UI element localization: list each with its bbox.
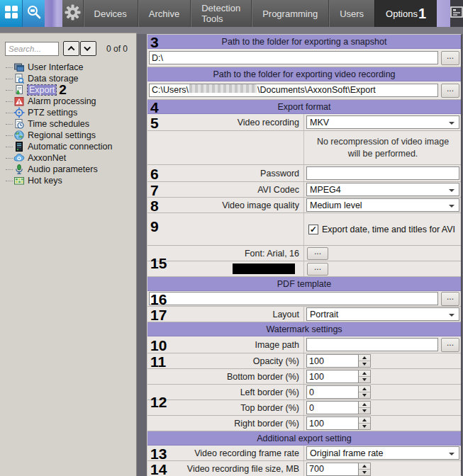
- video-recording-select[interactable]: MKV: [306, 115, 459, 129]
- menu-item-programming[interactable]: Programming: [251, 0, 328, 27]
- opacity-spinner[interactable]: [359, 354, 371, 368]
- search-input[interactable]: [5, 42, 59, 56]
- snapshot-path-header: 3 Path to the folder for exporting a sna…: [147, 35, 461, 49]
- sidebar-item-ptz-settings[interactable]: PTZ settings: [0, 107, 136, 118]
- filesize-row: 14 Video recording file size, MB: [147, 461, 461, 476]
- search-next-button[interactable]: [80, 41, 96, 56]
- titles-checkbox[interactable]: ✓: [308, 225, 318, 234]
- sidebar-item-alarm-processing[interactable]: Alarm processing: [0, 96, 136, 107]
- video-quality-row: 8 Video image quality Medium level: [147, 198, 461, 213]
- bottom-border-input[interactable]: [306, 370, 359, 383]
- spinner-up-icon: [362, 356, 367, 359]
- filesize-input[interactable]: [306, 463, 359, 476]
- annotation-8: 8: [150, 198, 159, 212]
- layouts-button[interactable]: [0, 0, 22, 27]
- annotation-14: 14: [150, 462, 167, 476]
- video-search-button[interactable]: [22, 0, 45, 27]
- pdf-template-input[interactable]: [149, 292, 438, 305]
- spinner-down-icon: [362, 363, 367, 366]
- video-quality-select[interactable]: Medium level: [306, 198, 459, 212]
- avi-codec-label: AVI Codec: [147, 182, 304, 197]
- annotation-17: 17: [150, 307, 167, 322]
- font-color-swatch[interactable]: [233, 264, 295, 274]
- top-border-spinner[interactable]: [359, 401, 371, 414]
- image-path-row: 10 Image path ...: [147, 336, 461, 353]
- snapshot-browse-button[interactable]: ...: [441, 51, 459, 65]
- avi-codec-select[interactable]: MPEG4: [306, 183, 459, 196]
- cloud-icon: [13, 152, 25, 164]
- sidebar-item-export[interactable]: Export 2: [0, 84, 136, 96]
- annotation-13: 13: [150, 446, 167, 460]
- snapshot-path-row: ...: [147, 49, 461, 67]
- video-path-header: Path to the folder for exporting video r…: [147, 67, 461, 81]
- video-recording-row: 5 Video recording MKV: [147, 114, 461, 131]
- spinner-down-icon: [362, 425, 367, 428]
- image-path-browse-button[interactable]: ...: [441, 338, 459, 352]
- right-border-label: Right border (%): [147, 416, 304, 431]
- snapshot-path-input[interactable]: [149, 51, 438, 64]
- sidebar-item-audio-parameters[interactable]: Audio parameters: [0, 164, 136, 175]
- annotation-4: 4: [150, 99, 159, 114]
- menu-item-archive[interactable]: Archive: [138, 0, 190, 27]
- recompression-note-row: No recompression of video image will be …: [147, 131, 461, 165]
- bottom-border-label: Bottom border (%): [147, 369, 304, 384]
- menu-label: Archive: [149, 8, 179, 19]
- sidebar-item-automatic-connection[interactable]: Automatic connection: [0, 141, 136, 152]
- sidebar-item-regional-settings[interactable]: Regional settings: [0, 130, 136, 141]
- menu-label: Detection Tools: [201, 3, 240, 24]
- right-border-input[interactable]: [306, 416, 359, 430]
- image-path-input[interactable]: [306, 338, 438, 351]
- pdf-template-header: PDF template: [147, 277, 461, 291]
- layout-row: 17 Layout Portrait: [147, 307, 461, 322]
- top-border-input[interactable]: [306, 401, 359, 414]
- left-border-spinner[interactable]: [359, 385, 371, 399]
- font-browse-button[interactable]: ...: [307, 247, 328, 260]
- menu-item-detection-tools[interactable]: Detection Tools: [190, 0, 251, 27]
- dropdown-arrow-icon: [449, 453, 454, 455]
- tiles-icon: [4, 4, 19, 23]
- opacity-input[interactable]: [306, 354, 359, 368]
- layout-select[interactable]: Portrait: [306, 307, 459, 321]
- export-format-header: 4 Export format: [147, 100, 461, 114]
- spinner-up-icon: [362, 403, 367, 406]
- annotation-12: 12: [150, 395, 167, 409]
- menu-item-users[interactable]: Users: [328, 0, 374, 27]
- menu-label: Options: [386, 8, 418, 19]
- framerate-label: Video recording frame rate: [147, 446, 304, 460]
- search-prev-button[interactable]: [63, 41, 79, 56]
- sidebar-item-hot-keys[interactable]: Hot keys: [0, 175, 136, 186]
- sidebar-item-time-schedules[interactable]: Time schedules: [0, 118, 136, 130]
- dropdown-arrow-icon: [449, 122, 454, 125]
- camera-search-icon: [26, 4, 43, 23]
- opacity-row: 11 Opacity (%): [147, 353, 461, 369]
- password-input[interactable]: [306, 166, 459, 180]
- sidebar-item-user-interface[interactable]: User Interface: [0, 62, 136, 73]
- video-recording-label: Video recording: [147, 114, 304, 130]
- bottom-border-spinner[interactable]: [359, 370, 371, 383]
- left-border-input[interactable]: [306, 385, 359, 399]
- menu-item-options[interactable]: Options1: [374, 0, 437, 27]
- spinner-up-icon: [362, 419, 367, 421]
- framerate-row: 13 Video recording frame rate Original f…: [147, 446, 461, 461]
- pdf-template-browse-button[interactable]: ...: [441, 292, 459, 306]
- spinner-down-icon: [362, 409, 367, 412]
- video-path-field[interactable]: C:\Users\\Documents\AxxonSoft\Export: [149, 84, 438, 97]
- filesize-spinner[interactable]: [359, 463, 371, 476]
- sidebar-item-data-storage[interactable]: Data storage: [0, 73, 136, 84]
- framerate-select[interactable]: Original frame rate: [306, 446, 459, 460]
- right-border-spinner[interactable]: [359, 416, 371, 430]
- annotation-10: 10: [150, 337, 167, 352]
- left-border-row: 12 Left border (%): [147, 385, 461, 400]
- crosshair-icon: [13, 107, 25, 118]
- spinner-up-icon: [362, 372, 367, 375]
- panel-view-button[interactable]: [450, 0, 463, 27]
- annotation-1: 1: [418, 6, 426, 22]
- video-path-browse-button[interactable]: ...: [441, 84, 459, 98]
- menu-item-devices[interactable]: Devices: [83, 0, 138, 27]
- main-menu: Devices Archive Detection Tools Programm…: [83, 0, 437, 27]
- sidebar-item-axxonnet[interactable]: AxxonNet: [0, 152, 136, 164]
- sidebar-search-row: 0 of 0: [0, 33, 136, 60]
- settings-gear-button[interactable]: [62, 0, 83, 27]
- chevron-down-icon: [84, 44, 91, 51]
- font-color-browse-button[interactable]: ...: [307, 263, 328, 276]
